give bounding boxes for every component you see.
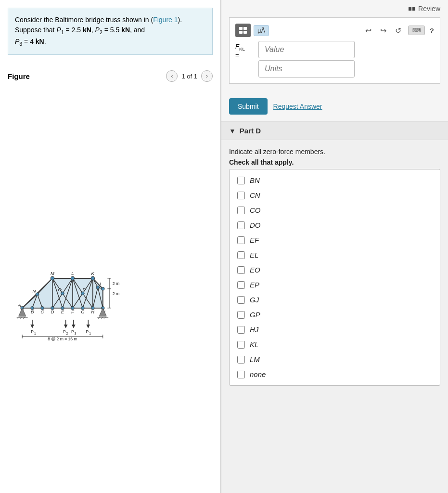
checkbox-cn[interactable]	[237, 192, 245, 199]
refresh-button[interactable]: ↺	[393, 25, 403, 36]
checkbox-item-gj[interactable]: GJ	[237, 293, 432, 307]
part-d-content: Indicate all zero-force members. Check a…	[221, 140, 448, 393]
checkbox-label-none: none	[250, 370, 266, 378]
undo-button[interactable]: ↩	[363, 25, 373, 36]
checkbox-label-cn: CN	[250, 191, 260, 199]
checkbox-label-bn: BN	[250, 176, 260, 184]
checkbox-gp[interactable]	[237, 311, 245, 319]
checkbox-item-none[interactable]: none	[237, 367, 432, 381]
figure-prev-btn[interactable]: ‹	[166, 70, 178, 82]
svg-marker-85	[86, 324, 90, 328]
svg-text:P: P	[83, 287, 86, 292]
figure-section: Figure ‹ 1 of 1 ›	[0, 63, 220, 493]
checkbox-kl[interactable]	[237, 341, 245, 349]
checkbox-co[interactable]	[237, 207, 245, 214]
answer-inputs	[258, 41, 355, 78]
checkbox-gj[interactable]	[237, 296, 245, 304]
review-bar: Review	[221, 0, 448, 17]
answer-widget: μÅ ↩ ↪ ↺ ⌨ ? FKL=	[229, 17, 440, 84]
problem-line3: P3 = 4 kN.	[15, 38, 46, 45]
figure-header: Figure ‹ 1 of 1 ›	[8, 70, 213, 82]
widget-toolbar-right: ↩ ↪ ↺ ⌨ ?	[363, 25, 434, 36]
value-input[interactable]	[258, 41, 355, 58]
checkbox-label-ef: EF	[250, 236, 259, 244]
svg-text:P: P	[31, 329, 34, 334]
redo-button[interactable]: ↪	[378, 25, 388, 36]
checkbox-item-cn[interactable]: CN	[237, 188, 432, 202]
review-link[interactable]: Review	[409, 5, 440, 13]
svg-marker-63	[99, 308, 106, 316]
checkbox-ep[interactable]	[237, 281, 245, 289]
checkbox-item-do[interactable]: DO	[237, 218, 432, 232]
checkbox-bn[interactable]	[237, 177, 245, 184]
review-label: Review	[418, 5, 440, 13]
checkbox-item-ef[interactable]: EF	[237, 233, 432, 247]
svg-marker-73	[30, 324, 34, 328]
part-d-section: ▼ Part D Indicate all zero-force members…	[221, 121, 448, 493]
checkbox-item-lm[interactable]: LM	[237, 352, 432, 366]
left-panel: Consider the Baltimore bridge truss show…	[0, 0, 221, 493]
checkbox-none[interactable]	[237, 371, 245, 378]
svg-point-33	[61, 292, 64, 295]
part-d-header[interactable]: ▼ Part D	[221, 122, 448, 140]
checkbox-item-kl[interactable]: KL	[237, 337, 432, 351]
svg-text:G: G	[81, 309, 84, 314]
checkbox-item-ep[interactable]: EP	[237, 278, 432, 292]
svg-text:2: 2	[66, 332, 68, 335]
checkbox-label-gp: GP	[250, 311, 260, 319]
checkbox-do[interactable]	[237, 221, 245, 229]
svg-text:B: B	[31, 309, 34, 314]
checkbox-label-co: CO	[250, 206, 261, 214]
checkbox-label-kl: KL	[250, 340, 258, 349]
part-d-check-label: Check all that apply.	[229, 158, 440, 166]
checkbox-el[interactable]	[237, 251, 245, 259]
svg-text:8 @ 2 m = 16 m: 8 @ 2 m = 16 m	[48, 337, 77, 341]
checkbox-ef[interactable]	[237, 236, 245, 244]
checkbox-lm[interactable]	[237, 356, 245, 363]
svg-text:P: P	[86, 329, 89, 334]
checkbox-label-el: EL	[250, 251, 258, 259]
svg-text:2 m: 2 m	[113, 291, 119, 296]
checkbox-label-gj: GJ	[250, 296, 259, 304]
svg-point-29	[51, 276, 54, 280]
svg-text:1: 1	[34, 332, 36, 335]
checkbox-item-bn[interactable]: BN	[237, 173, 432, 187]
svg-text:D: D	[51, 309, 54, 314]
svg-text:M: M	[51, 271, 54, 276]
svg-marker-77	[64, 324, 68, 328]
submit-button[interactable]: Submit	[229, 98, 268, 115]
checkbox-label-ep: EP	[250, 281, 259, 289]
svg-text:F: F	[71, 309, 75, 314]
checkbox-item-gp[interactable]: GP	[237, 308, 432, 322]
problem-text-2: ).	[178, 16, 182, 24]
part-d-instruction: Indicate all zero-force members.	[229, 148, 440, 156]
svg-text:N: N	[32, 288, 36, 294]
help-icon[interactable]: ?	[430, 26, 434, 35]
units-input[interactable]	[258, 60, 355, 78]
figure-next-btn[interactable]: ›	[201, 70, 213, 82]
checkbox-hj[interactable]	[237, 326, 245, 334]
svg-text:C: C	[41, 309, 44, 314]
mu-button[interactable]: μÅ	[254, 25, 269, 36]
right-panel: Review μÅ ↩ ↪ ↺ ⌨ ? FKL=	[221, 0, 448, 493]
checkbox-item-el[interactable]: EL	[237, 248, 432, 262]
svg-text:K: K	[91, 271, 95, 276]
checkbox-item-hj[interactable]: HJ	[237, 323, 432, 337]
checkbox-label-eo: EO	[250, 266, 260, 274]
truss-diagram: M L K N O P J A B C D E F G H I	[14, 230, 206, 345]
figure-page-label: 1 of 1	[181, 73, 197, 80]
grid-icon[interactable]	[235, 24, 251, 37]
checkbox-item-eo[interactable]: EO	[237, 263, 432, 277]
svg-point-45	[101, 287, 104, 291]
answer-actions: Submit Request Answer	[229, 98, 440, 115]
checkbox-item-co[interactable]: CO	[237, 203, 432, 217]
figure-1-link[interactable]: Figure 1	[153, 16, 178, 24]
keyboard-icon[interactable]: ⌨	[408, 26, 425, 35]
request-answer-button[interactable]: Request Answer	[273, 103, 322, 110]
svg-text:3: 3	[75, 332, 77, 335]
svg-text:1: 1	[89, 332, 91, 335]
widget-toolbar: μÅ ↩ ↪ ↺ ⌨ ?	[235, 24, 434, 37]
checkbox-eo[interactable]	[237, 266, 245, 274]
check-label-strong: Check all that apply.	[229, 158, 294, 166]
figure-canvas: M L K N O P J A B C D E F G H I	[8, 90, 213, 485]
